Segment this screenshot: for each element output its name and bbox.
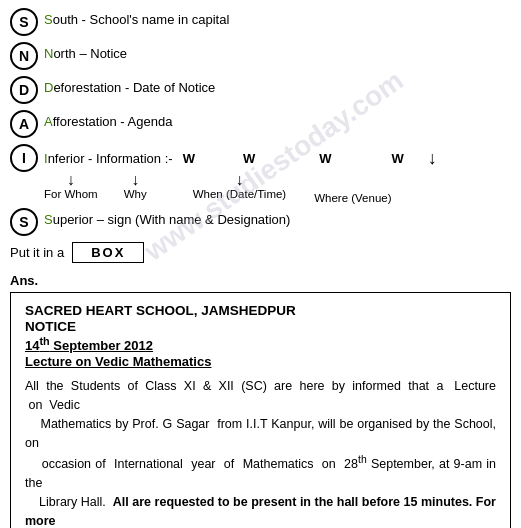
arrows-row: ↓ For Whom ↓ Why ↓ When (Date/Time) Wher… [44,172,511,204]
arrow-4-space [351,172,355,192]
acronym-row-n: N North – Notice [10,42,511,70]
notice-body: All the Students of Class XI & XII (SC) … [25,377,496,528]
n-prefix: N [44,46,53,61]
main-container: S South - School's name in capital N Nor… [0,0,521,528]
acronym-text-d: Deforestation - Date of Notice [44,76,215,95]
acronym-text-a: Afforestation - Agenda [44,110,172,129]
notice-title: NOTICE [25,319,496,334]
arrow-col-1: ↓ For Whom [44,172,98,200]
d-prefix: D [44,80,53,95]
put-it-in-a-text: Put it in a [10,245,64,260]
i-label: Inferior - Information :- [44,151,173,166]
acronym-text-n: North – Notice [44,42,127,61]
circle-a: A [10,110,38,138]
arrow-col-3: ↓ When (Date/Time) [193,172,287,200]
circle-n: N [10,42,38,70]
arrow-label-2: Why [124,188,147,200]
arrow-3: ↓ [235,172,243,188]
i-row-top: I Inferior - Information :- W W W W ↓ [10,144,511,172]
acronym-text-s2: Superior – sign (With name & Designation… [44,208,290,227]
acronym-row-s: S South - School's name in capital [10,8,511,36]
acronym-row-d: D Deforestation - Date of Notice [10,76,511,104]
notice-subject: Lecture on Vedic Mathematics [25,354,496,369]
circle-s2: S [10,208,38,236]
w4: W [391,151,403,166]
circle-i: I [10,144,38,172]
acronym-row-a: A Afforestation - Agenda [10,110,511,138]
arrow-label-4: Where (Venue) [314,192,391,204]
ans-label: Ans. [10,273,511,288]
w3: W [319,151,331,166]
notice-school: SACRED HEART SCHOOL, JAMSHEDPUR [25,303,496,318]
w1: W [183,151,195,166]
w-extra-arrow: ↓ [428,148,437,169]
arrow-col-2: ↓ Why [124,172,147,200]
notice-box: SACRED HEART SCHOOL, JAMSHEDPUR NOTICE 1… [10,292,511,528]
acronym-row-s2: S Superior – sign (With name & Designati… [10,208,511,236]
s-prefix: S [44,12,53,27]
circle-d: D [10,76,38,104]
arrow-2: ↓ [131,172,139,188]
arrow-1: ↓ [67,172,75,188]
arrow-label-1: For Whom [44,188,98,200]
circle-s: S [10,8,38,36]
notice-date: 14th September 2012 [25,335,496,353]
a-prefix: A [44,114,53,129]
box-label: BOX [72,242,144,263]
s2-prefix: S [44,212,53,227]
arrow-col-4: Where (Venue) [314,172,391,204]
acronym-row-i: I Inferior - Information :- W W W W ↓ ↓ … [10,144,511,204]
acronym-text-s: South - School's name in capital [44,8,229,27]
put-in-box-row: Put it in a BOX [10,242,511,263]
highlighted-text: All are requested to be present in the h… [25,495,496,528]
w2: W [243,151,255,166]
arrow-label-3: When (Date/Time) [193,188,287,200]
